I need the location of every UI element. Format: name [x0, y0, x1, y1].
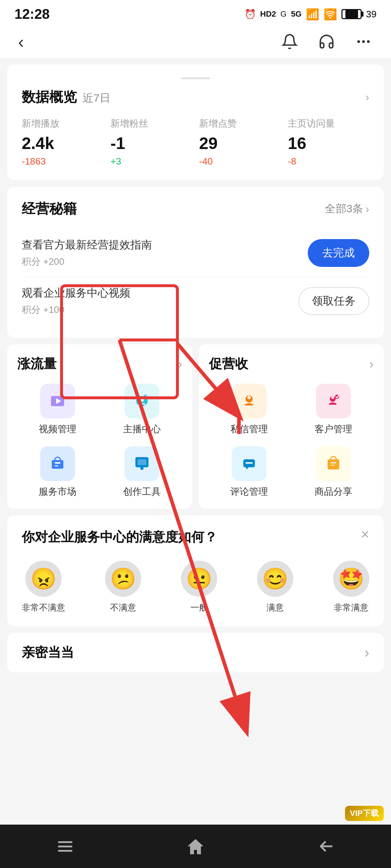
- func-item-anchor-center[interactable]: 主播中心: [102, 384, 182, 435]
- svg-point-1: [362, 40, 365, 43]
- video-management-icon-wrap: [40, 384, 75, 418]
- nav-bar: [0, 825, 391, 868]
- nav-bar-menu-button[interactable]: [54, 835, 76, 857]
- bottom-section-chevron[interactable]: ›: [365, 644, 369, 661]
- stats-grid: 新增播放 2.4k -1863 新增粉丝 -1 +3 新增点赞 29 -40 主…: [22, 117, 369, 167]
- survey-label-satisfied: 满意: [266, 602, 284, 613]
- svg-rect-18: [140, 467, 143, 469]
- func-label-customer-management: 客户管理: [315, 423, 352, 435]
- creation-tools-icon-wrap: [125, 446, 159, 481]
- svg-rect-33: [331, 465, 335, 466]
- svg-rect-13: [55, 465, 58, 467]
- func-item-product-share[interactable]: 商品分享: [293, 446, 374, 498]
- stat-plays-value: 2.4k: [22, 133, 54, 153]
- survey-label-very-unsatisfied: 非常不满意: [22, 602, 65, 613]
- func-item-service-market[interactable]: 服务市场: [17, 446, 98, 498]
- survey-option-neutral[interactable]: 😐 一般: [181, 561, 217, 613]
- comment-management-icon-wrap: [232, 446, 266, 481]
- func-label-service-market: 服务市场: [39, 485, 76, 498]
- survey-close-button[interactable]: ×: [361, 526, 369, 542]
- emoji-unsatisfied: 😕: [105, 561, 141, 597]
- survey-card: × 你对企业服务中心的满意度如何？ 😠 非常不满意 😕 不满意 😐 一般 😊 满…: [7, 515, 384, 626]
- stat-fans-value: -1: [110, 133, 125, 153]
- service-market-icon-wrap: [40, 446, 75, 481]
- claim-task-button[interactable]: 领取任务: [298, 287, 369, 315]
- survey-label-unsatisfied: 不满意: [110, 602, 136, 613]
- stat-plays: 新增播放 2.4k -1863: [22, 117, 103, 167]
- data-overview-header: 数据概览 近7日 ›: [22, 88, 369, 106]
- product-share-icon-wrap: [316, 446, 351, 481]
- survey-option-very-unsatisfied[interactable]: 😠 非常不满意: [22, 561, 65, 613]
- data-overview-title: 数据概览: [22, 88, 77, 106]
- emoji-very-satisfied: 🤩: [333, 561, 369, 597]
- customer-management-icon-wrap: [316, 384, 351, 418]
- nav-bar-back-button[interactable]: [315, 835, 337, 857]
- back-button[interactable]: ‹: [18, 32, 24, 52]
- traffic-panel: 涨流量 › 视频管理: [7, 344, 192, 509]
- nav-right-icons: [280, 32, 373, 51]
- func-item-customer-management[interactable]: 客户管理: [293, 384, 374, 435]
- stat-fans-change: +3: [110, 156, 121, 167]
- func-item-creation-tools[interactable]: 创作工具: [102, 446, 182, 498]
- more-button[interactable]: [354, 32, 373, 51]
- stat-likes-change: -40: [199, 156, 213, 167]
- signal-bars-icon: 📶: [306, 8, 319, 21]
- svg-rect-31: [328, 459, 339, 469]
- stat-plays-label: 新增播放: [22, 117, 59, 130]
- survey-option-unsatisfied[interactable]: 😕 不满意: [105, 561, 141, 613]
- traffic-chevron-icon[interactable]: ›: [178, 357, 182, 372]
- func-item-dm-management[interactable]: 私信管理: [209, 384, 290, 435]
- svg-point-0: [357, 40, 360, 43]
- traffic-panel-header: 涨流量 ›: [17, 355, 182, 373]
- svg-rect-11: [52, 460, 63, 469]
- func-label-anchor-center: 主播中心: [123, 423, 161, 435]
- stat-likes: 新增点赞 29 -40: [199, 117, 281, 167]
- chevron-right-icon: ›: [365, 90, 369, 104]
- business-tips-header: 经营秘籍 全部3条 ›: [22, 200, 369, 218]
- battery-icon: [341, 9, 362, 19]
- svg-rect-16: [138, 459, 146, 465]
- stat-fans-label: 新增粉丝: [110, 117, 148, 130]
- bottom-section-card: 亲密当当 ›: [7, 633, 384, 672]
- hd2-icon: HD2: [260, 9, 276, 19]
- signal-g-icon: G: [281, 9, 287, 19]
- data-overview-link[interactable]: ›: [365, 90, 369, 104]
- complete-button[interactable]: 去完成: [308, 239, 369, 267]
- func-item-video-management[interactable]: 视频管理: [17, 384, 98, 435]
- anchor-center-icon-wrap: [125, 384, 159, 418]
- svg-rect-35: [58, 846, 72, 847]
- func-item-comment-management[interactable]: 评论管理: [209, 446, 290, 498]
- stat-likes-label: 新增点赞: [199, 117, 237, 130]
- business-tips-link[interactable]: 全部3条 ›: [325, 201, 369, 216]
- business-desc-2: 观看企业服务中心视频: [22, 286, 130, 301]
- status-icons: ⏰ HD2 G 5G 📶 🛜 39: [244, 8, 377, 21]
- revenue-func-grid: 私信管理 客户管理: [209, 384, 374, 498]
- survey-option-satisfied[interactable]: 😊 满意: [257, 561, 293, 613]
- business-tips-title: 经营秘籍: [22, 200, 77, 218]
- data-overview-card: 数据概览 近7日 › 新增播放 2.4k -1863 新增粉丝 -1 +3 新增…: [7, 64, 384, 180]
- stat-visits-value: 16: [288, 133, 306, 153]
- wifi-icon: 🛜: [324, 8, 337, 21]
- data-overview-title-group: 数据概览 近7日: [22, 88, 110, 106]
- svg-point-8: [140, 397, 144, 402]
- traffic-func-grid: 视频管理 主播中心: [17, 384, 182, 498]
- svg-rect-12: [55, 462, 60, 464]
- survey-option-very-satisfied[interactable]: 🤩 非常满意: [333, 561, 369, 613]
- notification-button[interactable]: [280, 32, 299, 51]
- dm-management-icon-wrap: [232, 384, 266, 418]
- survey-title: 你对企业服务中心的满意度如何？: [22, 528, 369, 546]
- survey-label-neutral: 一般: [190, 602, 208, 613]
- revenue-chevron-icon[interactable]: ›: [369, 357, 374, 372]
- headset-button[interactable]: [317, 32, 336, 51]
- business-tips-card: 经营秘籍 全部3条 › 查看官方最新经营提效指南 积分 +200 去完成 观看企…: [7, 187, 384, 338]
- status-time: 12:28: [14, 7, 50, 22]
- business-item-2: 观看企业服务中心视频 积分 +100 领取任务: [22, 277, 369, 325]
- business-info-1: 查看官方最新经营提效指南 积分 +200: [22, 238, 152, 268]
- alarm-icon: ⏰: [244, 9, 256, 20]
- survey-options: 😠 非常不满意 😕 不满意 😐 一般 😊 满意 🤩 非常满意: [22, 561, 369, 613]
- business-points-2: 积分 +100: [22, 303, 130, 316]
- stat-likes-value: 29: [199, 133, 218, 153]
- func-label-video-management: 视频管理: [39, 423, 76, 435]
- nav-bar-home-button[interactable]: [185, 835, 206, 857]
- traffic-panel-title: 涨流量: [17, 355, 56, 373]
